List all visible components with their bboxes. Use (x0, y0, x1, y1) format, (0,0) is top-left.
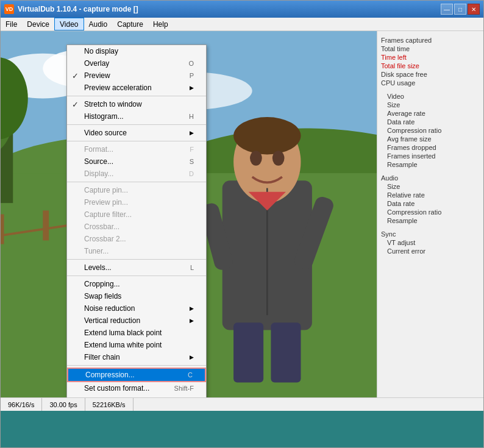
svg-point-19 (272, 151, 285, 166)
stat-frames-inserted: Frames inserted (381, 152, 480, 160)
stat-video: Video (381, 92, 480, 101)
maximize-button[interactable]: □ (454, 4, 466, 15)
stat-sync: Sync (381, 230, 480, 238)
menu-preview[interactable]: ✓ Preview P (67, 69, 206, 82)
status-fps: 30.00 fps (42, 398, 85, 411)
stat-vt-adjust: VT adjust (381, 238, 480, 247)
stat-total-time: Total time (381, 44, 480, 53)
audio-stats-section: Audio Size Relative rate Data rate Compr… (381, 174, 480, 225)
stat-disk-space: Disk space free (381, 70, 480, 79)
stat-audio-size: Size (381, 182, 480, 191)
stat-audio-compression: Compression ratio (381, 208, 480, 216)
menu-levels[interactable]: Levels... L (67, 261, 206, 274)
stat-relative-rate: Relative rate (381, 191, 480, 199)
stat-cpu-usage: CPU usage (381, 79, 480, 87)
video-stats-section: Video Size Average rate Data rate Compre… (381, 92, 480, 169)
svg-rect-12 (1, 215, 4, 244)
bottom-teal-bar (1, 411, 483, 447)
menu-crossbar2: Crossbar 2... (67, 233, 206, 245)
menu-histogram[interactable]: Histogram... H (67, 110, 206, 123)
menu-overlay[interactable]: Overlay O (67, 57, 206, 69)
menu-preview-accel[interactable]: Preview acceleration ▶ (67, 82, 206, 94)
separator-5 (67, 259, 206, 260)
svg-rect-23 (233, 322, 263, 382)
sync-stats-section: Sync VT adjust Current error (381, 230, 480, 255)
status-audio: 96K/16/s (1, 398, 42, 411)
menu-audio[interactable]: Audio (84, 18, 113, 30)
stat-average-rate: Average rate (381, 109, 480, 118)
window-controls: — □ ✕ (441, 4, 480, 15)
separator-7 (67, 365, 206, 366)
window-title: VirtualDub 1.10.4 - capture mode [] (18, 5, 441, 13)
menu-crossbar: Crossbar... (67, 221, 206, 233)
stat-data-rate: Data rate (381, 118, 480, 126)
menu-preview-pin: Preview pin... (67, 196, 206, 208)
stat-video-size: Size (381, 101, 480, 109)
minimize-button[interactable]: — (441, 4, 453, 15)
separator-6 (67, 276, 206, 276)
status-bitrate: 52216KB/s (85, 398, 133, 411)
menu-help[interactable]: Help (148, 18, 173, 30)
menu-filter-chain[interactable]: Filter chain ▶ (67, 351, 206, 363)
menu-capture-pin: Capture pin... (67, 184, 206, 196)
main-window: VD VirtualDub 1.10.4 - capture mode [] —… (0, 0, 484, 448)
video-area: No display Overlay O ✓ Preview P Prev (1, 31, 377, 397)
svg-point-18 (250, 151, 262, 166)
svg-rect-24 (271, 322, 301, 382)
close-button[interactable]: ✕ (468, 4, 480, 15)
stat-current-error: Current error (381, 247, 480, 255)
menu-stretch[interactable]: ✓ Stretch to window (67, 98, 206, 110)
stat-frames-captured: Frames captured (381, 36, 480, 44)
stat-audio-data-rate: Data rate (381, 199, 480, 208)
stat-total-file-size: Total file size (381, 62, 480, 70)
main-content: No display Overlay O ✓ Preview P Prev (1, 31, 483, 397)
stat-time-left: Time left (381, 53, 480, 62)
separator-2 (67, 124, 206, 125)
title-bar: VD VirtualDub 1.10.4 - capture mode [] —… (1, 1, 483, 18)
menu-format: Format... F (67, 143, 206, 155)
svg-rect-13 (43, 210, 49, 240)
menu-noise-reduction[interactable]: Noise reduction ▶ (67, 302, 206, 315)
menu-tuner: Tuner... (67, 245, 206, 257)
svg-point-17 (233, 117, 301, 154)
status-bar: 96K/16/s 30.00 fps 52216KB/s (1, 397, 483, 411)
menu-cropping[interactable]: Cropping... (67, 278, 206, 290)
separator-1 (67, 96, 206, 96)
stat-compression-ratio: Compression ratio (381, 126, 480, 135)
video-menu-dropdown: No display Overlay O ✓ Preview P Prev (66, 44, 207, 397)
stat-avg-frame-size: Avg frame size (381, 135, 480, 143)
menu-video[interactable]: Video (54, 18, 84, 30)
separator-4 (67, 182, 206, 182)
menu-capture[interactable]: Capture (112, 18, 148, 30)
menu-compression[interactable]: Compression... C (67, 368, 206, 382)
menu-extend-luma-black[interactable]: Extend luma black point (67, 327, 206, 339)
menu-video-source[interactable]: Video source ▶ (67, 127, 206, 139)
separator-3 (67, 141, 206, 141)
right-panel: Frames captured Total time Time left Tot… (377, 31, 483, 397)
menu-display: Display... D (67, 168, 206, 180)
menu-swap-fields[interactable]: Swap fields (67, 290, 206, 302)
menu-extend-luma-white[interactable]: Extend luma white point (67, 339, 206, 351)
menu-set-custom-format[interactable]: Set custom format... Shift-F (67, 382, 206, 394)
menu-bar: File Device Video Audio Capture Help (1, 18, 483, 31)
stat-audio: Audio (381, 174, 480, 182)
app-icon: VD (4, 4, 14, 14)
menu-vertical-reduction[interactable]: Vertical reduction ▶ (67, 315, 206, 327)
menu-source[interactable]: Source... S (67, 155, 206, 168)
menu-file[interactable]: File (1, 18, 22, 30)
stat-resample-audio: Resample (381, 216, 480, 225)
menu-no-display[interactable]: No display (67, 45, 206, 57)
menu-capture-filter: Capture filter... (67, 208, 206, 221)
menu-bt8x8[interactable]: BT8X8 Tweaker... (67, 394, 206, 397)
stat-resample-video: Resample (381, 160, 480, 169)
menu-device[interactable]: Device (22, 18, 54, 30)
stat-frames-dropped: Frames dropped (381, 143, 480, 152)
